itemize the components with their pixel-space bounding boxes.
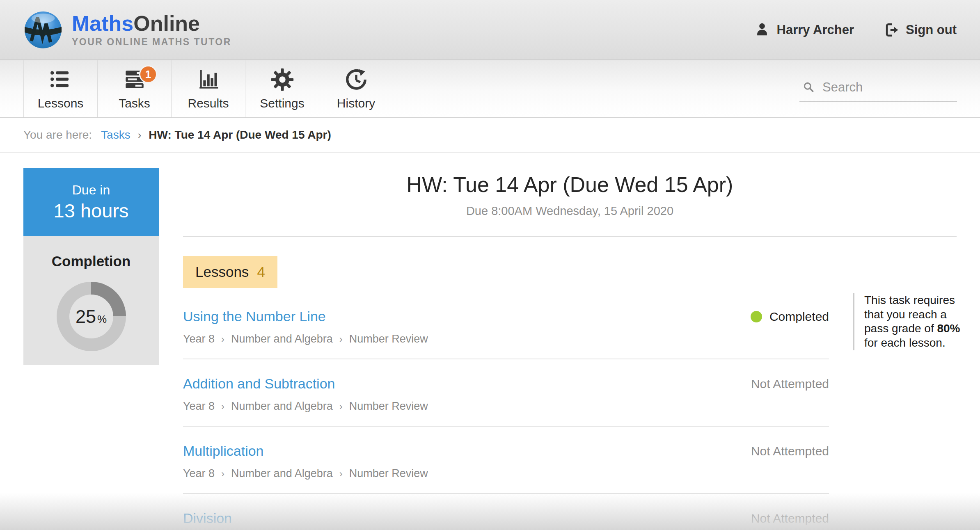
brand-primary: Maths: [72, 11, 133, 35]
user-menu[interactable]: Harry Archer: [754, 22, 854, 38]
search-icon: [802, 80, 816, 94]
results-chart-icon: [197, 68, 220, 91]
lesson-link[interactable]: Addition and Subtraction: [183, 376, 335, 392]
tasks-badge: 1: [139, 65, 157, 83]
user-icon: [754, 22, 770, 38]
path-separator: ›: [333, 401, 349, 412]
path-separator: ›: [333, 334, 349, 345]
lesson-link[interactable]: Multiplication: [183, 443, 264, 459]
task-main: HW: Tue 14 Apr (Due Wed 15 Apr) Due 8:00…: [183, 168, 957, 530]
breadcrumb-link-tasks[interactable]: Tasks: [101, 128, 131, 142]
nav-label-lessons: Lessons: [38, 96, 84, 110]
nav-item-tasks[interactable]: 1 Tasks: [97, 60, 171, 117]
lesson-link[interactable]: Using the Number Line: [183, 308, 326, 324]
lesson-row-multiplication: Multiplication Not Attempted Year 8 › Nu…: [183, 427, 829, 494]
path-segment: Number and Algebra: [231, 400, 333, 413]
status-badge: Not Attempted: [751, 444, 829, 458]
nav-item-results[interactable]: Results: [171, 60, 245, 117]
sign-out-label: Sign out: [906, 23, 957, 37]
lesson-row-using-the-number-line: Using the Number Line Completed Year 8 ›…: [183, 290, 829, 359]
logo-sphere-icon: [23, 10, 63, 50]
path-segment: Number Review: [349, 400, 428, 413]
lesson-path: Year 8 › Number and Algebra › Number Rev…: [183, 400, 829, 413]
lesson-row-addition-and-subtraction: Addition and Subtraction Not Attempted Y…: [183, 359, 829, 427]
completed-dot-icon: [751, 311, 762, 322]
brand-tagline: YOUR ONLINE MATHS TUTOR: [72, 37, 231, 47]
status-label: Not Attempted: [751, 444, 829, 458]
breadcrumb-separator: ›: [136, 129, 143, 142]
nav-item-settings[interactable]: Settings: [245, 60, 319, 117]
site-header: MathsOnline YOUR ONLINE MATHS TUTOR Harr…: [0, 0, 980, 59]
brand-secondary: Online: [133, 11, 200, 35]
page-title: HW: Tue 14 Apr (Due Wed 15 Apr): [183, 172, 957, 197]
task-sidebar: Due in 13 hours Completion 25 %: [23, 168, 159, 530]
path-segment: Number and Algebra: [231, 467, 333, 480]
status-label: Not Attempted: [751, 512, 829, 525]
note-pass-grade: 80%: [937, 322, 960, 335]
lesson-path: Year 8 › Number and Algebra › Number Rev…: [183, 467, 829, 480]
path-segment: Number Review: [349, 333, 428, 345]
due-panel: Due in 13 hours: [23, 168, 159, 236]
nav-item-history[interactable]: History: [319, 60, 393, 117]
gear-icon: [270, 68, 294, 91]
completion-percent: 25: [76, 306, 96, 327]
user-name: Harry Archer: [777, 23, 854, 37]
sign-out-icon: [883, 22, 899, 38]
status-badge: Not Attempted: [751, 377, 829, 391]
nav-label-history: History: [337, 96, 375, 110]
path-segment: Number and Algebra: [231, 333, 333, 345]
app-logo[interactable]: MathsOnline YOUR ONLINE MATHS TUTOR: [23, 10, 231, 50]
path-segment: Year 8: [183, 400, 215, 413]
due-value: 13 hours: [54, 199, 129, 222]
completion-title: Completion: [52, 253, 131, 270]
completion-donut-wrap: 25 %: [57, 282, 126, 351]
status-label: Completed: [769, 310, 829, 324]
nav-item-lessons[interactable]: Lessons: [23, 60, 97, 117]
completion-percent-suffix: %: [97, 313, 107, 326]
lesson-path: Year 8 › Number and Algebra › Number Rev…: [183, 333, 829, 345]
pass-grade-note: This task requires that you reach a pass…: [853, 293, 961, 350]
lessons-count-badge: Lessons 4: [183, 256, 277, 288]
due-label: Due in: [72, 183, 110, 198]
status-label: Not Attempted: [751, 377, 829, 391]
note-text-after: for each lesson.: [864, 336, 946, 349]
due-date-subtitle: Due 8:00AM Wednesday, 15 April 2020: [183, 204, 957, 218]
breadcrumb-prefix: You are here:: [23, 128, 92, 142]
lesson-list: Using the Number Line Completed Year 8 ›…: [183, 290, 829, 530]
path-separator: ›: [215, 468, 231, 480]
path-separator: ›: [215, 401, 231, 412]
status-badge: Completed: [751, 310, 829, 324]
path-separator: ›: [215, 334, 231, 345]
path-segment: Year 8: [183, 333, 215, 345]
lessons-badge-count: 4: [257, 264, 265, 280]
path-segment: Number Review: [349, 467, 428, 480]
breadcrumb-current: HW: Tue 14 Apr (Due Wed 15 Apr): [149, 128, 331, 142]
content-area: Due in 13 hours Completion 25 % HW: Tue …: [0, 153, 980, 530]
status-badge: Not Attempted: [751, 512, 829, 525]
search-box: [799, 78, 957, 102]
nav-label-results: Results: [188, 96, 229, 110]
lessons-list-icon: [49, 68, 73, 91]
lessons-badge-label: Lessons: [195, 264, 249, 280]
lesson-link[interactable]: Division: [183, 510, 232, 526]
path-segment: Year 8: [183, 467, 215, 480]
lesson-row-division: Division Not Attempted Year 8 › Number a…: [183, 494, 829, 530]
main-nav: Lessons 1 Tasks Results: [0, 59, 980, 118]
breadcrumb: You are here: Tasks › HW: Tue 14 Apr (Du…: [0, 118, 980, 153]
path-separator: ›: [333, 468, 349, 480]
completion-panel: Completion 25 %: [23, 236, 159, 365]
sign-out-button[interactable]: Sign out: [883, 22, 957, 38]
nav-label-settings: Settings: [260, 96, 304, 110]
history-clock-icon: [344, 68, 368, 91]
title-divider: [183, 236, 957, 237]
logo-text: MathsOnline YOUR ONLINE MATHS TUTOR: [72, 13, 231, 47]
search-input[interactable]: [822, 80, 955, 95]
nav-label-tasks: Tasks: [119, 96, 150, 110]
